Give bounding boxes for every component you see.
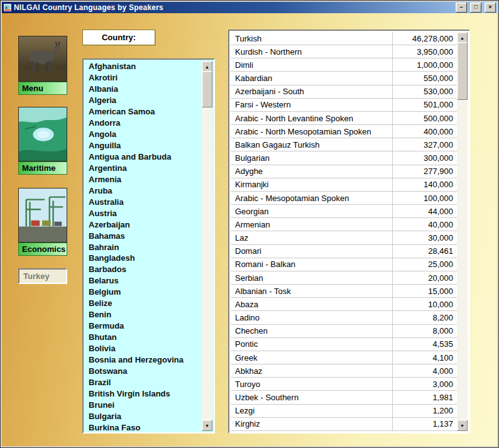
language-name: Farsi - Western — [231, 100, 392, 109]
language-name: Armenian — [231, 220, 392, 229]
language-name: Albanian - Tosk — [231, 287, 392, 296]
country-list-item[interactable]: Benin — [85, 309, 202, 320]
country-list-item[interactable]: Bahamas — [85, 231, 202, 242]
language-table-row[interactable]: Albanian - Tosk15,000 — [231, 285, 457, 298]
language-name: Adyghe — [231, 167, 392, 176]
language-table-row[interactable]: Uzbek - Southern1,981 — [231, 391, 457, 404]
country-list-item[interactable]: Angola — [85, 129, 202, 140]
maritime-image-button[interactable] — [18, 107, 67, 161]
language-name: Laz — [231, 233, 392, 243]
country-list-scrollbar[interactable]: ▲ ▼ — [202, 61, 212, 431]
country-list-item[interactable]: Burkina Faso — [85, 422, 202, 431]
country-list-item[interactable]: Belgium — [85, 287, 202, 298]
country-list-item[interactable]: Bahrain — [85, 242, 202, 253]
language-table-row[interactable]: Ladino8,200 — [231, 311, 457, 324]
language-table-row[interactable]: Bulgarian300,000 — [231, 151, 457, 165]
app-icon — [3, 3, 12, 12]
language-table-row[interactable]: Azerbaijani - South530,000 — [231, 85, 457, 99]
country-list-item[interactable]: Botswana — [85, 366, 202, 377]
language-scrollbar-thumb[interactable] — [457, 42, 468, 100]
language-table-row[interactable]: Kurdish - Northern3,950,000 — [231, 45, 457, 58]
country-list-item[interactable]: Australia — [85, 197, 202, 208]
language-table-row[interactable]: Kirmanjki140,000 — [231, 178, 457, 192]
country-list-item[interactable]: Akrotiri — [85, 72, 202, 84]
speaker-count: 4,100 — [392, 351, 457, 364]
country-list-item[interactable]: Belarus — [85, 275, 202, 287]
language-table-row[interactable]: Kirghiz1,137 — [231, 418, 457, 431]
country-list-item[interactable]: Brazil — [85, 377, 202, 388]
language-name: Kirmanjki — [231, 180, 392, 189]
language-table-row[interactable]: Georgian44,000 — [231, 205, 457, 218]
country-list-item[interactable]: Azerbaijan — [85, 219, 202, 231]
country-list-item[interactable]: Belize — [85, 298, 202, 309]
speaker-count: 15,000 — [392, 285, 457, 297]
country-list-item[interactable]: Afghanistan — [85, 61, 202, 72]
menu-button-label[interactable]: Menu — [18, 82, 67, 95]
language-table-row[interactable]: Farsi - Western501,000 — [231, 99, 457, 112]
menu-image-button[interactable] — [18, 36, 67, 82]
country-list-item[interactable]: Armenia — [85, 174, 202, 185]
selected-country-value: Turkey — [23, 271, 50, 281]
language-table-row[interactable]: Romani - Balkan25,000 — [231, 258, 457, 271]
country-list-item[interactable]: Andorra — [85, 117, 202, 129]
language-table-row[interactable]: Pontic4,535 — [231, 338, 457, 351]
country-list-item[interactable]: American Samoa — [85, 106, 202, 117]
language-table-row[interactable]: Balkan Gagauz Turkish327,000 — [231, 138, 457, 151]
main-content: Menu Maritime — [2, 13, 497, 446]
country-label: Country: — [82, 30, 155, 45]
language-table-row[interactable]: Arabic - Mesopotamian Spoken100,000 — [231, 192, 457, 205]
country-list-item[interactable]: Austria — [85, 208, 202, 219]
economics-button-label[interactable]: Economics — [18, 243, 67, 256]
language-table-row[interactable]: Abkhaz4,000 — [231, 364, 457, 378]
language-table-row[interactable]: Adyghe277,900 — [231, 165, 457, 178]
language-table-row[interactable]: Turkish46,278,000 — [231, 32, 457, 45]
language-table-row[interactable]: Lezgi1,200 — [231, 405, 457, 418]
country-list-item[interactable]: Albania — [85, 84, 202, 95]
language-table-row[interactable]: Serbian20,000 — [231, 271, 457, 285]
speaker-count: 3,950,000 — [392, 45, 457, 58]
country-list-item[interactable]: British Virgin Islands — [85, 388, 202, 400]
language-table-rows: Turkish46,278,000Kurdish - Northern3,950… — [231, 32, 457, 431]
country-list-item[interactable]: Antigua and Barbuda — [85, 151, 202, 163]
language-table-row[interactable]: Kabardian550,000 — [231, 72, 457, 85]
language-table-scrollbar[interactable]: ▲ ▼ — [457, 32, 468, 431]
language-table-row[interactable]: Laz30,000 — [231, 231, 457, 244]
title-bar[interactable]: NILGAI Country Languages by Speakers – □… — [2, 2, 497, 13]
country-list-item[interactable]: Barbados — [85, 264, 202, 275]
language-table-row[interactable]: Dimli1,000,000 — [231, 58, 457, 72]
country-list-item[interactable]: Argentina — [85, 163, 202, 174]
language-table-row[interactable]: Chechen8,000 — [231, 325, 457, 338]
speaker-count: 1,000,000 — [392, 58, 457, 71]
language-table-row[interactable]: Greek4,100 — [231, 351, 457, 364]
country-scrollbar-thumb[interactable] — [202, 71, 212, 107]
maximize-button[interactable]: □ — [470, 3, 481, 13]
economics-image-button[interactable] — [18, 188, 67, 243]
speaker-count: 46,278,000 — [392, 32, 457, 45]
scroll-down-icon[interactable]: ▼ — [457, 420, 468, 431]
language-table-row[interactable]: Domari28,461 — [231, 245, 457, 258]
close-button[interactable]: × — [485, 3, 496, 13]
language-scrollbar-track[interactable] — [457, 42, 468, 421]
language-table-row[interactable]: Armenian40,000 — [231, 218, 457, 231]
country-list-item[interactable]: Brunei — [85, 400, 202, 411]
country-list-item[interactable]: Anguilla — [85, 140, 202, 151]
language-name: Dimli — [231, 60, 392, 70]
country-list-item[interactable]: Bangladesh — [85, 253, 202, 264]
language-name: Arabic - North Mesopotamian Spoken — [231, 127, 392, 136]
country-list-item[interactable]: Bulgaria — [85, 411, 202, 422]
country-list-item[interactable]: Aruba — [85, 185, 202, 197]
language-table-row[interactable]: Abaza10,000 — [231, 298, 457, 311]
minimize-button[interactable]: – — [456, 3, 467, 13]
language-table-row[interactable]: Turoyo3,000 — [231, 378, 457, 391]
language-table-row[interactable]: Arabic - North Mesopotamian Spoken400,00… — [231, 125, 457, 138]
country-list-item[interactable]: Bhutan — [85, 332, 202, 343]
country-list-item[interactable]: Bosnia and Herzegovina — [85, 354, 202, 366]
country-scrollbar-track[interactable] — [202, 71, 212, 421]
maritime-button-label[interactable]: Maritime — [18, 161, 67, 175]
country-list-item[interactable]: Bermuda — [85, 320, 202, 332]
scroll-down-icon[interactable]: ▼ — [202, 420, 212, 431]
country-list-item[interactable]: Algeria — [85, 95, 202, 106]
country-list-item[interactable]: Bolivia — [85, 343, 202, 354]
language-table-row[interactable]: Arabic - North Levantine Spoken500,000 — [231, 112, 457, 125]
language-name: Arabic - Mesopotamian Spoken — [231, 194, 392, 203]
